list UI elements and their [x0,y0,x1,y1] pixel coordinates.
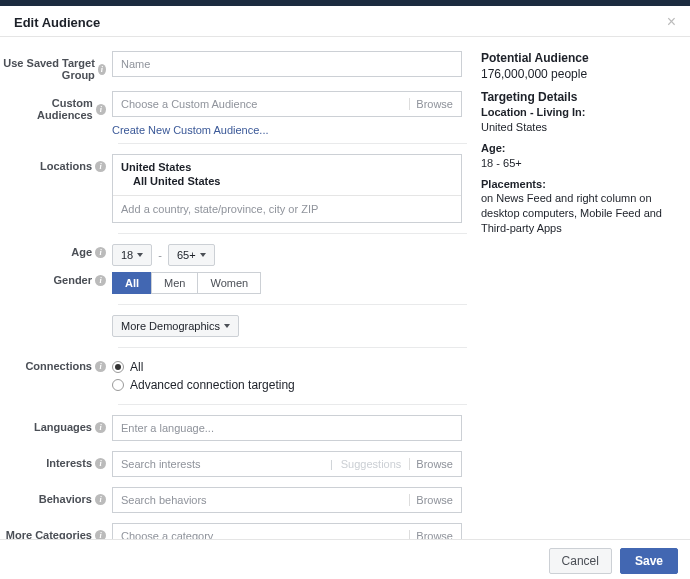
gender-segmented: All Men Women [112,272,462,294]
browse-link[interactable]: Browse [409,494,453,506]
behaviors-placeholder: Search behaviors [121,494,207,506]
connections-all-label: All [130,360,143,374]
divider [118,304,467,305]
info-icon[interactable]: i [95,494,106,505]
label-custom-audiences: Custom Audiences i [0,91,112,121]
side-location-value: United States [481,121,547,133]
label-interests: Interests i [0,451,112,469]
info-icon[interactable]: i [95,361,106,372]
connections-advanced-radio[interactable]: Advanced connection targeting [112,376,462,394]
chevron-down-icon [200,253,206,257]
label-age: Age i [0,244,112,258]
languages-field[interactable] [121,422,453,434]
browse-link[interactable]: Browse [409,530,453,539]
dialog-title: Edit Audience [14,15,100,30]
age-min-select[interactable]: 18 [112,244,152,266]
divider [118,143,467,144]
age-min-value: 18 [121,249,133,261]
languages-input[interactable] [112,415,462,441]
gender-women-button[interactable]: Women [197,272,261,294]
custom-audience-placeholder: Choose a Custom Audience [121,98,257,110]
form-area: Use Saved Target Group i Custom Audience… [0,37,475,539]
connections-advanced-label: Advanced connection targeting [130,378,295,392]
close-icon[interactable]: × [667,14,676,30]
behaviors-input[interactable]: Search behaviors Browse [112,487,462,513]
side-location-label: Location - Living In: [481,106,586,118]
location-selected[interactable]: United States [113,155,461,175]
label-connections: Connections i [0,358,112,372]
label-languages: Languages i [0,415,112,433]
side-age-value: 18 - 65+ [481,157,522,169]
label-locations: Locations i [0,154,112,172]
side-placements-value: on News Feed and right column on desktop… [481,192,662,234]
potential-audience-title: Potential Audience [481,51,675,65]
age-max-value: 65+ [177,249,196,261]
info-icon[interactable]: i [95,275,106,286]
chevron-down-icon [137,253,143,257]
more-demographics-label: More Demographics [121,320,220,332]
info-icon[interactable]: i [95,161,106,172]
info-icon[interactable]: i [95,247,106,258]
connections-all-radio[interactable]: All [112,358,462,376]
label-gender: Gender i [0,272,112,286]
saved-target-input[interactable] [112,51,462,77]
location-sub[interactable]: All United States [113,175,461,195]
create-custom-audience-link[interactable]: Create New Custom Audience... [112,124,269,136]
info-icon[interactable]: i [95,458,106,469]
custom-audience-input[interactable]: Choose a Custom Audience Browse [112,91,462,117]
divider [118,233,467,234]
sidebar: Potential Audience 176,000,000 people Ta… [475,37,685,539]
info-icon[interactable]: i [95,530,106,540]
location-add-input[interactable] [121,203,453,215]
cancel-button[interactable]: Cancel [549,548,612,574]
browse-link[interactable]: Browse [409,458,453,470]
browse-link[interactable]: Browse [409,98,453,110]
chevron-down-icon [224,324,230,328]
label-saved-target: Use Saved Target Group i [0,51,112,81]
side-placements-label: Placements: [481,178,546,190]
titlebar: Edit Audience × [0,6,690,37]
locations-box: United States All United States [112,154,462,223]
info-icon[interactable]: i [95,422,106,433]
info-icon[interactable]: i [98,64,106,75]
save-button[interactable]: Save [620,548,678,574]
radio-icon [112,379,124,391]
gender-men-button[interactable]: Men [151,272,198,294]
location-add-row [113,195,461,222]
info-icon[interactable]: i [96,104,106,115]
divider [118,404,467,405]
suggestions-link[interactable]: Suggestions [341,458,406,470]
label-more-categories: More Categories i [0,523,112,539]
side-age-label: Age: [481,142,505,154]
saved-target-field[interactable] [121,58,453,70]
potential-audience-value: 176,000,000 people [481,66,675,82]
age-dash: - [158,249,162,261]
targeting-details-title: Targeting Details [481,90,675,104]
more-demographics-button[interactable]: More Demographics [112,315,239,337]
radio-icon [112,361,124,373]
footer: Cancel Save [0,539,690,579]
more-categories-placeholder: Choose a category [121,530,213,539]
more-categories-input[interactable]: Choose a category Browse [112,523,462,539]
label-behaviors: Behaviors i [0,487,112,505]
age-max-select[interactable]: 65+ [168,244,215,266]
interests-input[interactable]: Search interests | Suggestions Browse [112,451,462,477]
interests-placeholder: Search interests [121,458,200,470]
divider [118,347,467,348]
gender-all-button[interactable]: All [112,272,152,294]
